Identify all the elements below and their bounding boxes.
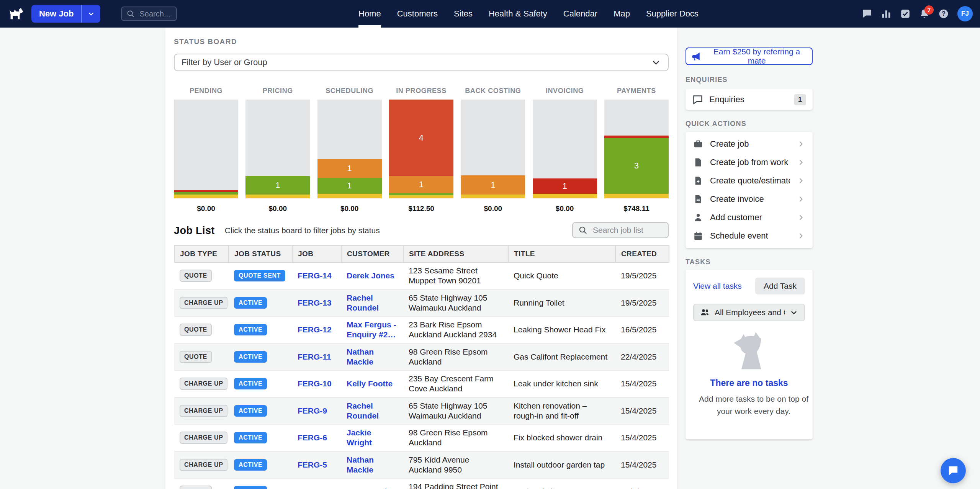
customer-link[interactable]: Kelly Footte <box>347 379 393 388</box>
user-group-filter[interactable]: Filter by User or Group <box>174 54 669 71</box>
quick-action-create-job-from-work-order[interactable]: Create job from work order <box>686 153 813 172</box>
table-row[interactable]: QUOTEACTIVEFERG-4Rose Mault194 Padding S… <box>174 478 669 489</box>
status-bar[interactable]: 41 <box>389 100 453 198</box>
add-task-button[interactable]: Add Task <box>755 278 805 294</box>
table-row[interactable]: CHARGE UPACTIVEFERG-13Rachel Roundel65 S… <box>174 289 669 317</box>
column-header-created[interactable]: CREATED <box>615 245 669 262</box>
customer-link[interactable]: Derek Jones <box>347 271 394 280</box>
job-link[interactable]: FERG-11 <box>298 352 331 361</box>
job-link[interactable]: FERG-9 <box>298 406 327 415</box>
status-segment-gray[interactable] <box>604 100 669 136</box>
status-segment-yellow[interactable] <box>174 195 238 198</box>
nav-item-map[interactable]: Map <box>614 0 630 28</box>
status-bar[interactable]: 1 <box>461 100 525 198</box>
status-segment-gray[interactable] <box>461 100 525 175</box>
nav-item-calendar[interactable]: Calendar <box>563 0 597 28</box>
status-segment-gray[interactable] <box>174 100 238 190</box>
status-segment-yellow[interactable] <box>389 195 453 198</box>
status-segment-orange[interactable]: 1 <box>317 159 382 178</box>
status-bar[interactable]: 1 <box>533 100 597 198</box>
status-segment-orange[interactable]: 1 <box>461 175 525 195</box>
column-header-title[interactable]: TITLE <box>508 245 615 262</box>
job-link[interactable]: FERG-6 <box>298 433 327 442</box>
status-column-in-progress[interactable]: IN PROGRESS41$112.50 <box>389 87 453 213</box>
customer-link[interactable]: Jackie Wright <box>347 428 372 447</box>
employee-filter-dropdown[interactable]: All Employees and Groups <box>693 304 805 321</box>
column-header-site-address[interactable]: SITE ADDRESS <box>403 245 508 262</box>
global-search[interactable] <box>121 7 177 21</box>
table-row[interactable]: QUOTEQUOTE SENTFERG-14Derek Jones123 Ses… <box>174 262 669 289</box>
status-segment-gray[interactable] <box>317 100 382 159</box>
view-all-tasks-link[interactable]: View all tasks <box>693 281 742 291</box>
table-row[interactable]: CHARGE UPACTIVEFERG-10Kelly Footte235 Ba… <box>174 370 669 397</box>
global-search-input[interactable] <box>138 9 172 19</box>
status-bar[interactable] <box>174 100 238 198</box>
customer-link[interactable]: Nathan Mackie <box>347 455 374 474</box>
customer-link[interactable]: Rose Mault <box>347 487 389 489</box>
status-segment-yellow[interactable] <box>461 195 525 198</box>
job-link[interactable]: FERG-12 <box>298 325 332 334</box>
table-row[interactable]: QUOTEACTIVEFERG-11Nathan Mackie98 Green … <box>174 343 669 371</box>
status-segment-gray[interactable] <box>245 100 310 176</box>
status-segment-yellow[interactable] <box>245 195 310 198</box>
nav-item-home[interactable]: Home <box>358 0 381 28</box>
quick-action-create-job[interactable]: Create job <box>686 135 813 153</box>
column-header-job-type[interactable]: JOB TYPE <box>174 245 229 262</box>
customer-link[interactable]: Rachel Roundel <box>347 293 379 312</box>
chat-launcher-button[interactable] <box>941 458 966 483</box>
customer-link[interactable]: Nathan Mackie <box>347 347 374 366</box>
user-avatar[interactable]: FJ <box>957 6 973 21</box>
column-header-customer[interactable]: CUSTOMER <box>341 245 403 262</box>
quick-action-create-quote-estimate[interactable]: Create quote/estimate <box>686 172 813 190</box>
status-segment-gray[interactable] <box>533 100 597 178</box>
quick-action-schedule-event[interactable]: Schedule event <box>686 227 813 245</box>
help-icon[interactable]: ? <box>938 8 949 19</box>
status-segment-green[interactable]: 3 <box>604 138 669 194</box>
job-link[interactable]: FERG-13 <box>298 298 332 307</box>
status-bar[interactable]: 1 <box>245 100 310 198</box>
job-list-search[interactable] <box>572 222 669 238</box>
table-row[interactable]: CHARGE UPACTIVEFERG-5Nathan Mackie795 Ki… <box>174 451 669 479</box>
status-column-pricing[interactable]: PRICING1$0.00 <box>245 87 310 213</box>
status-segment-green[interactable]: 1 <box>317 178 382 194</box>
status-column-back-costing[interactable]: BACK COSTING1$0.00 <box>461 87 525 213</box>
status-bar[interactable]: 3 <box>604 100 669 198</box>
status-segment-yellow[interactable] <box>604 194 669 198</box>
notifications-bell-icon[interactable]: 7 <box>919 8 930 19</box>
status-segment-yellow[interactable] <box>533 194 597 198</box>
table-row[interactable]: CHARGE UPACTIVEFERG-6Jackie Wright98 Gre… <box>174 424 669 451</box>
nav-item-health-safety[interactable]: Health & Safety <box>489 0 547 28</box>
column-header-job-status[interactable]: JOB STATUS <box>229 245 292 262</box>
status-segment-yellow[interactable] <box>317 194 382 198</box>
status-segment-red-bright[interactable]: 1 <box>533 178 597 194</box>
new-job-button[interactable]: New Job <box>31 5 100 23</box>
status-column-pending[interactable]: PENDING$0.00 <box>174 87 238 213</box>
table-row[interactable]: CHARGE UPACTIVEFERG-9Rachel Roundel65 St… <box>174 397 669 425</box>
new-job-dropdown-toggle[interactable] <box>82 5 100 23</box>
stats-icon[interactable] <box>881 8 892 19</box>
nav-item-customers[interactable]: Customers <box>397 0 438 28</box>
table-row[interactable]: QUOTEACTIVEFERG-12Max Fergus - Enquiry #… <box>174 316 669 343</box>
customer-link[interactable]: Max Fergus - Enquiry #2… <box>347 320 396 339</box>
job-link[interactable]: FERG-10 <box>298 379 332 388</box>
chat-icon[interactable] <box>862 8 872 19</box>
status-column-invoicing[interactable]: INVOICING1$0.00 <box>533 87 597 213</box>
job-list-search-input[interactable] <box>591 225 663 236</box>
quick-action-add-customer[interactable]: Add customer <box>686 208 813 227</box>
status-bar[interactable]: 11 <box>317 100 382 198</box>
status-segment-red[interactable]: 4 <box>389 100 453 176</box>
status-column-scheduling[interactable]: SCHEDULING11$0.00 <box>317 87 382 213</box>
column-header-job[interactable]: JOB <box>292 245 341 262</box>
nav-item-supplier-docs[interactable]: Supplier Docs <box>646 0 699 28</box>
nav-item-sites[interactable]: Sites <box>454 0 473 28</box>
quick-action-create-invoice[interactable]: Create invoice <box>686 190 813 208</box>
job-link[interactable]: FERG-5 <box>298 460 327 469</box>
enquiries-item[interactable]: Enquiries 1 <box>686 89 813 110</box>
fergus-dog-logo-icon[interactable] <box>9 7 24 20</box>
status-segment-green[interactable]: 1 <box>245 176 310 195</box>
customer-link[interactable]: Rachel Roundel <box>347 401 379 420</box>
job-link[interactable]: FERG-14 <box>298 271 332 280</box>
tasks-check-icon[interactable] <box>900 8 911 19</box>
status-column-payments[interactable]: PAYMENTS3$748.11 <box>604 87 669 213</box>
referral-button[interactable]: Earn $250 by referring a mate <box>686 47 813 65</box>
